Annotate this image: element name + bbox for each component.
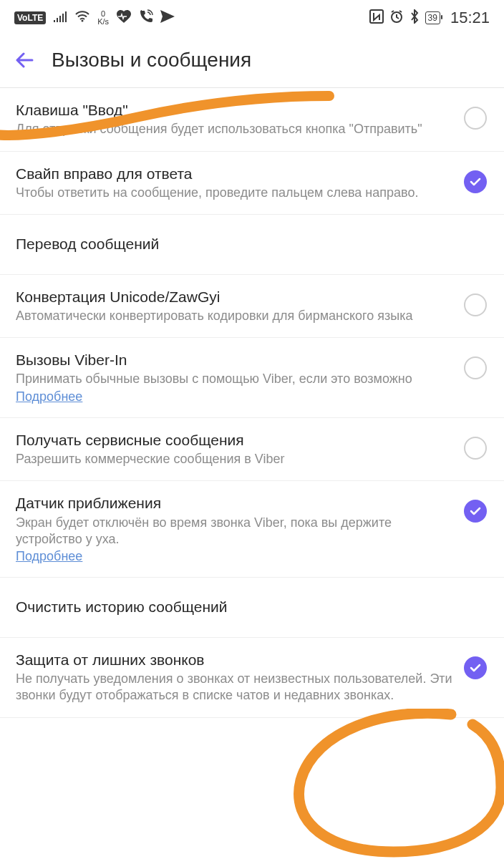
settings-item[interactable]: Клавиша "Ввод"Для отправки сообщения буд… [0,88,504,152]
toggle-checkbox[interactable] [462,292,488,318]
data-speed: 0 K/s [97,10,109,26]
item-subtitle: Принимать обычные вызовы с помощью Viber… [16,371,452,387]
item-title: Очистить историю сообщений [16,591,478,623]
item-body: Перевод сообщений [16,228,488,261]
send-icon [160,10,175,26]
annotation-stroke-2 [286,709,504,859]
section-header[interactable]: Перевод сообщений [0,215,504,274]
toggle-checkbox[interactable] [462,169,488,195]
clock: 15:21 [450,9,490,27]
settings-item[interactable]: Датчик приближенияЭкран будет отключён в… [0,481,504,578]
unchecked-circle-icon [464,356,487,379]
nfc-icon [369,9,384,27]
wifi-icon [74,11,90,26]
page-title: Вызовы и сообщения [52,49,251,72]
settings-item[interactable]: Свайп вправо для ответаЧтобы ответить на… [0,152,504,215]
item-subtitle: Автоматически конвертировать кодировки д… [16,308,452,324]
toggle-checkbox[interactable] [462,435,488,461]
item-body: Вызовы Viber-InПринимать обычные вызовы … [16,351,462,404]
item-body: Клавиша "Ввод"Для отправки сообщения буд… [16,101,462,138]
item-body: Датчик приближенияЭкран будет отключён в… [16,494,462,564]
toggle-checkbox[interactable] [462,655,488,681]
item-title: Вызовы Viber-In [16,351,452,369]
item-body: Получать сервисные сообщенияРазрешить ко… [16,431,462,468]
settings-item[interactable]: Получать сервисные сообщенияРазрешить ко… [0,418,504,482]
item-subtitle: Для отправки сообщения будет использоват… [16,121,452,137]
learn-more-link[interactable]: Подробнее [16,549,82,564]
svg-point-0 [82,19,84,21]
unchecked-circle-icon [464,107,487,130]
unchecked-circle-icon [464,293,487,316]
toggle-checkbox[interactable] [462,105,488,131]
item-title: Конвертация Unicode/ZawGyi [16,288,452,306]
check-icon [464,656,487,679]
item-title: Клавиша "Ввод" [16,101,452,120]
item-body: Очистить историю сообщений [16,591,488,623]
item-subtitle: Чтобы ответить на сообщение, проведите п… [16,185,452,201]
signal-icon [53,11,67,26]
battery-indicator: 39 [425,11,440,24]
item-title: Перевод сообщений [16,228,478,261]
back-button[interactable] [14,50,34,70]
status-bar: VoLTE 0 K/s 39 1 [0,0,504,36]
app-header: Вызовы и сообщения [0,36,504,88]
volte-badge: VoLTE [14,11,46,24]
phone-icon [139,9,153,27]
item-title: Получать сервисные сообщения [16,431,452,450]
settings-item[interactable]: Конвертация Unicode/ZawGyiАвтоматически … [0,275,504,339]
toggle-checkbox[interactable] [462,498,488,524]
svg-rect-1 [370,10,383,23]
unchecked-circle-icon [464,437,487,460]
check-icon [464,170,487,193]
item-subtitle: Не получать уведомления о звонках от неи… [16,671,452,704]
settings-item[interactable]: Защита от лишних звонковНе получать увед… [0,638,504,718]
item-title: Датчик приближения [16,494,452,513]
toggle-checkbox[interactable] [462,355,488,381]
heartbeat-icon [116,10,132,26]
item-subtitle: Разрешить коммерческие сообщения в Viber [16,451,452,467]
learn-more-link[interactable]: Подробнее [16,389,82,404]
bluetooth-icon [410,9,420,27]
check-icon [464,500,487,523]
settings-item[interactable]: Вызовы Viber-InПринимать обычные вызовы … [0,338,504,418]
alarm-icon [389,9,404,27]
item-body: Свайп вправо для ответаЧтобы ответить на… [16,165,462,202]
item-subtitle: Экран будет отключён во время звонка Vib… [16,515,452,548]
settings-list: Клавиша "Ввод"Для отправки сообщения буд… [0,88,504,718]
item-title: Свайп вправо для ответа [16,165,452,183]
section-header[interactable]: Очистить историю сообщений [0,578,504,637]
item-title: Защита от лишних звонков [16,651,452,669]
item-body: Конвертация Unicode/ZawGyiАвтоматически … [16,288,462,325]
item-body: Защита от лишних звонковНе получать увед… [16,651,462,704]
